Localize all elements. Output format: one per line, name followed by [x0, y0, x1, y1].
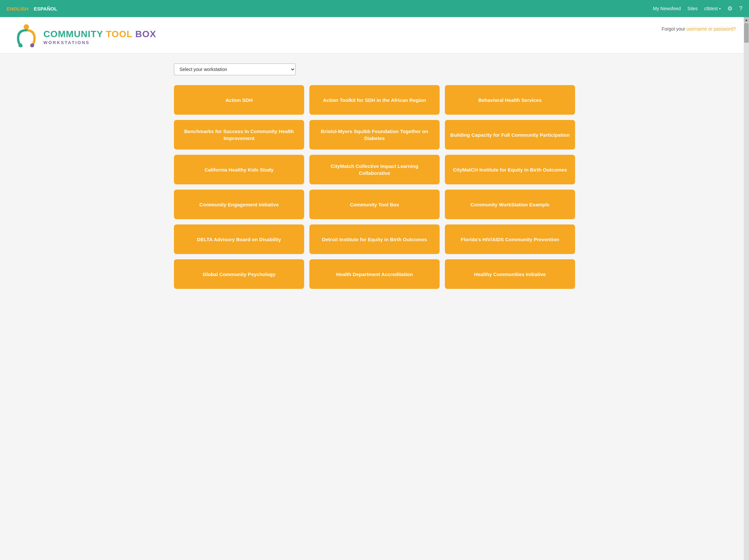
workstation-tile-label: Detroit Institute for Equity in Birth Ou… [322, 236, 427, 243]
workstation-tile[interactable]: Benchmarks for Success In Community Heal… [174, 120, 304, 150]
workstation-tile-label: CityMatch Collective Impact Learning Col… [315, 163, 434, 177]
workstation-tile-label: Action Toolkit for SDH in the African Re… [323, 97, 426, 104]
logo-text: COMMUNITY TOOL BOX WORKSTATIONS [43, 29, 156, 45]
scrollbar-thumb[interactable] [744, 23, 749, 43]
workstation-tile[interactable]: Community WorkStation Example [445, 189, 575, 219]
workstation-tile[interactable]: Action SDH [174, 85, 304, 115]
logo-box: BOX [135, 29, 156, 39]
nav-user-menu[interactable]: ctbtest ▾ [704, 6, 721, 11]
workstation-tile[interactable]: CityMatch Collective Impact Learning Col… [309, 155, 440, 184]
workstation-tile[interactable]: Behavioral Health Services [445, 85, 575, 115]
workstation-tile-label: Behavioral Health Services [478, 97, 542, 104]
top-navigation: ENGLISH ESPAÑOL My Newsfeed Sites ctbtes… [0, 0, 749, 17]
lang-espanol[interactable]: ESPAÑOL [34, 6, 57, 12]
workstation-tile-label: Benchmarks for Success In Community Heal… [179, 128, 299, 142]
workstation-tile-label: Healthy Communities Initiative [474, 271, 546, 278]
scrollbar[interactable]: ▲ [744, 17, 749, 299]
nav-right-links: My Newsfeed Sites ctbtest ▾ ⚙ ? [653, 5, 743, 12]
workstation-tile-label: CityMatCH Institute for Equity in Birth … [453, 166, 567, 173]
scrollbar-up-arrow[interactable]: ▲ [744, 17, 749, 22]
workstation-tile-label: DELTA Advisory Board on Disability [197, 236, 281, 243]
workstation-tile[interactable]: Global Community Psychology [174, 259, 304, 289]
workstation-tiles-grid: Action SDHAction Toolkit for SDH in the … [174, 85, 575, 289]
workstation-tile-label: Global Community Psychology [202, 271, 276, 278]
workstation-tile[interactable]: California Healthy Kids Study [174, 155, 304, 184]
workstation-tile[interactable]: Building Capacity for Full Community Par… [445, 120, 575, 150]
logo-name: COMMUNITY TOOL BOX [43, 29, 156, 40]
logo-icon [13, 24, 40, 50]
workstation-tile-label: Community Engagement Initiative [199, 201, 279, 208]
nav-language-switcher: ENGLISH ESPAÑOL [6, 6, 57, 12]
workstation-tile[interactable]: Action Toolkit for SDH in the African Re… [309, 85, 440, 115]
workstation-tile-label: Florida's HIV/AIDS Community Prevention [461, 236, 559, 243]
workstation-tile[interactable]: Bristol-Myers Squibb Foundation Together… [309, 120, 440, 150]
svg-point-2 [30, 43, 34, 47]
svg-point-1 [18, 43, 22, 47]
workstation-tile[interactable]: CityMatCH Institute for Equity in Birth … [445, 155, 575, 184]
workstation-tile[interactable]: DELTA Advisory Board on Disability [174, 224, 304, 254]
svg-point-0 [24, 24, 29, 29]
logo-tool: TOOL [106, 29, 135, 39]
workstation-tile-label: Community Tool Box [350, 201, 399, 208]
workstation-tile[interactable]: Florida's HIV/AIDS Community Prevention [445, 224, 575, 254]
logo-community: COMMUNITY [43, 29, 106, 39]
forgot-link[interactable]: username or password? [687, 26, 736, 31]
logo-area: COMMUNITY TOOL BOX WORKSTATIONS [13, 24, 156, 50]
gear-icon[interactable]: ⚙ [727, 5, 732, 12]
workstation-tile[interactable]: Health Department Accreditation [309, 259, 440, 289]
workstation-select-input[interactable]: Select your workstationAction SDHAction … [174, 63, 296, 75]
nav-username: ctbtest [704, 6, 718, 11]
workstation-tile-label: Action SDH [226, 97, 253, 104]
help-icon[interactable]: ? [739, 5, 743, 12]
workstation-selector: Select your workstationAction SDHAction … [174, 63, 575, 75]
nav-newsfeed-link[interactable]: My Newsfeed [653, 6, 681, 11]
workstation-tile[interactable]: Community Tool Box [309, 189, 440, 219]
workstation-tile[interactable]: Healthy Communities Initiative [445, 259, 575, 289]
lang-english[interactable]: ENGLISH [6, 6, 28, 12]
workstation-tile-label: Community WorkStation Example [471, 201, 550, 208]
logo-subtitle: WORKSTATIONS [43, 40, 156, 45]
forgot-credentials: Forgot your username or password? [662, 26, 736, 31]
main-content: Select your workstationAction SDHAction … [161, 53, 588, 299]
workstation-tile-label: California Healthy Kids Study [205, 166, 274, 173]
workstation-tile[interactable]: Community Engagement Initiative [174, 189, 304, 219]
nav-sites-link[interactable]: Sites [687, 6, 698, 11]
workstation-tile-label: Building Capacity for Full Community Par… [450, 131, 570, 138]
workstation-tile-label: Bristol-Myers Squibb Foundation Together… [315, 128, 434, 142]
workstation-tile-label: Health Department Accreditation [336, 271, 413, 278]
forgot-prefix: Forgot your [662, 26, 686, 31]
site-header: COMMUNITY TOOL BOX WORKSTATIONS Forgot y… [0, 17, 749, 53]
nav-user-caret: ▾ [719, 7, 721, 10]
workstation-tile[interactable]: Detroit Institute for Equity in Birth Ou… [309, 224, 440, 254]
